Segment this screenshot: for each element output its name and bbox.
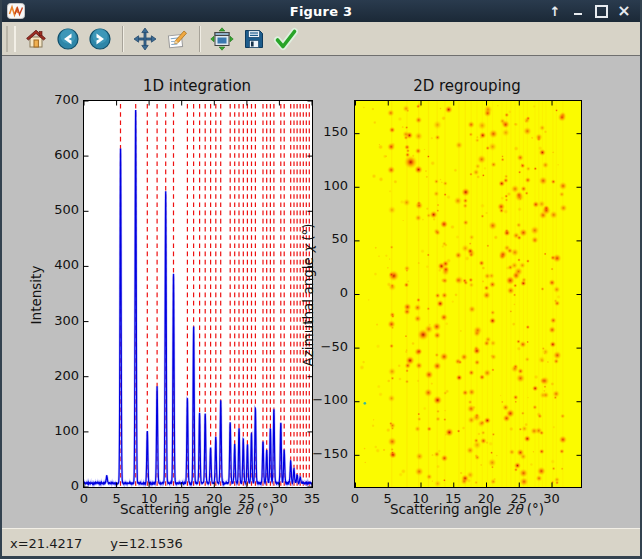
y-tick-label-2d: 150 [302, 124, 348, 139]
maximize-button[interactable] [593, 3, 609, 19]
forward-icon [88, 27, 112, 51]
axes-1d-integration[interactable] [83, 100, 313, 488]
y-tick-label-1d: 700 [44, 92, 79, 107]
x-tick-label-1d: 5 [112, 491, 120, 506]
y-tick-label-2d: −100 [302, 392, 348, 407]
back-icon [56, 27, 80, 51]
customize-button[interactable] [162, 24, 192, 54]
1d-plot-svg [84, 101, 312, 487]
y-tick-label-2d: 100 [302, 178, 348, 193]
status-bar: x=21.4217 y=12.1536 [2, 528, 640, 557]
close-icon: × [617, 3, 630, 19]
cursor-y-readout: y=12.1536 [110, 536, 182, 551]
window-controls: ↑ × [547, 0, 632, 22]
y-tick-label-2d: 0 [302, 285, 348, 300]
x-tick-label-1d: 10 [141, 491, 158, 506]
toolbar-drag-handle[interactable] [6, 26, 16, 52]
y-tick-label-1d: 600 [44, 147, 79, 162]
ylabel-intensity: Intensity [28, 185, 44, 405]
title-bar[interactable]: Figure 3 ↑ × [2, 0, 640, 22]
maximize-icon [595, 5, 608, 18]
x-tick-label-1d: 30 [271, 491, 288, 506]
matplotlib-toolbar [2, 22, 640, 56]
x-tick-label-2d: 30 [543, 491, 560, 506]
figure-canvas[interactable]: 1D integration 2D regrouping Intensity S… [2, 57, 642, 528]
y-tick-label-1d: 300 [44, 313, 79, 328]
apply-check-button[interactable] [271, 24, 301, 54]
subplots-icon [210, 27, 234, 51]
pan-icon [133, 27, 157, 51]
x-tick-label-1d: 25 [239, 491, 256, 506]
y-tick-label-1d: 400 [44, 257, 79, 272]
toolbar-separator [199, 26, 200, 52]
toolbar-separator [122, 26, 123, 52]
configure-subplots-button[interactable] [207, 24, 237, 54]
2d-map-canvas [355, 101, 581, 487]
x-tick-label-2d: 10 [412, 491, 429, 506]
y-tick-label-2d: 50 [302, 231, 348, 246]
y-tick-label-1d: 500 [44, 202, 79, 217]
x-tick-label-1d: 20 [206, 491, 223, 506]
save-icon [242, 27, 266, 51]
x-tick-label-1d: 0 [80, 491, 88, 506]
home-icon [24, 27, 48, 51]
save-button[interactable] [239, 24, 269, 54]
forward-button[interactable] [85, 24, 115, 54]
x-tick-label-2d: 20 [478, 491, 495, 506]
x-tick-label-1d: 35 [304, 491, 321, 506]
minimize-icon [574, 13, 582, 15]
y-tick-label-1d: 100 [44, 423, 79, 438]
y-tick-label-2d: −50 [302, 339, 348, 354]
x-tick-label-2d: 15 [445, 491, 462, 506]
minimize-button[interactable] [570, 3, 586, 19]
close-button[interactable]: × [616, 3, 632, 19]
home-button[interactable] [21, 24, 51, 54]
x-tick-label-2d: 5 [384, 491, 392, 506]
x-tick-label-1d: 15 [173, 491, 190, 506]
y-tick-label-1d: 200 [44, 368, 79, 383]
window-title: Figure 3 [2, 4, 640, 19]
cursor-x-readout: x=21.4217 [10, 536, 82, 551]
shade-button[interactable]: ↑ [547, 3, 563, 19]
check-icon [274, 27, 298, 51]
pan-button[interactable] [130, 24, 160, 54]
y-tick-label-2d: −150 [302, 446, 348, 461]
plot-title-2d: 2D regrouping [354, 77, 580, 95]
edit-icon [165, 27, 189, 51]
up-arrow-icon: ↑ [550, 5, 561, 18]
x-tick-label-2d: 0 [351, 491, 359, 506]
x-tick-label-2d: 25 [510, 491, 527, 506]
back-button[interactable] [53, 24, 83, 54]
figure-window: Figure 3 ↑ × 1D integration 2D regroupin… [0, 0, 642, 559]
axes-2d-regrouping[interactable] [354, 100, 582, 488]
plot-title-1d: 1D integration [83, 77, 311, 95]
y-tick-label-1d: 0 [44, 478, 79, 493]
